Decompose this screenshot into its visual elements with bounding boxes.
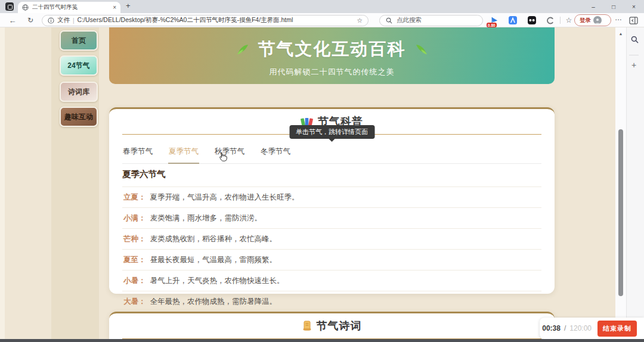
minimize-button[interactable]: – <box>583 0 603 13</box>
tab-close-icon[interactable]: × <box>113 4 116 11</box>
term-name: 小满： <box>123 213 146 223</box>
term-row-xiaoman[interactable]: 小满：麦类饱满，雨水增多，需防洪涝。 <box>122 208 541 229</box>
bookmark-star-icon[interactable]: ☆ <box>357 17 363 24</box>
back-button[interactable]: ← <box>6 13 19 27</box>
sidebar-item-label: 首页 <box>72 36 86 46</box>
page-title: 节气文化互动百科 <box>258 38 406 61</box>
term-desc: 麦类成熟收割，稻谷播种，农忙高峰。 <box>150 234 277 244</box>
poetry-card-title: 节气诗词 <box>109 313 555 333</box>
season-tabs: 春季节气 夏季节气 秋季节气 冬季节气 <box>122 144 541 164</box>
webpage: 首页 24节气 诗词库 趣味互动 节气文化互动百科 用代码解锁二十四节气的传统之… <box>0 27 644 342</box>
extension-badge: 0.80 <box>487 23 497 27</box>
rail-divider <box>629 55 639 55</box>
browser-toolbar: ← ↻ 文件 | C:/Users/DELL/Desktop/初赛-%C2%A0… <box>0 13 644 27</box>
sidebar-item-label: 诗词库 <box>68 87 89 97</box>
sidebar-panel-icon[interactable] <box>628 15 639 26</box>
recording-toolbar: 00:38 / 120:00 结束录制 <box>540 318 644 339</box>
taskbar-edge <box>0 339 644 342</box>
login-label: 登录 <box>580 17 591 24</box>
address-divider: | <box>73 17 75 24</box>
term-row-xiazhi[interactable]: 夏至：昼最长夜最短，气温最高，雷雨频繁。 <box>122 250 541 271</box>
term-name: 立夏： <box>123 192 146 203</box>
scrollbar-thumb[interactable] <box>618 129 623 296</box>
page-left-margin <box>0 27 5 342</box>
rail-add-icon[interactable]: + <box>627 60 641 70</box>
leaf-icon <box>236 43 250 56</box>
term-list: 立夏：夏季开端，气温升高，农作物进入生长旺季。 小满：麦类饱满，雨水增多，需防洪… <box>122 186 541 312</box>
hero-banner: 节气文化互动百科 用代码解锁二十四节气的传统之美 <box>109 27 555 84</box>
recording-time-divider: / <box>564 324 566 332</box>
term-row-xiaoshu[interactable]: 小暑：暑气上升，天气炎热，农作物快速生长。 <box>122 271 541 291</box>
term-name: 夏至： <box>123 255 146 265</box>
search-icon <box>386 17 392 24</box>
browser-chrome: 二十四节气时序笺 × + – □ × ← ↻ 文件 | C:/Users/DEL… <box>0 0 644 27</box>
scroll-icon <box>302 321 312 331</box>
tooltip: 单击节气，跳转详情页面 <box>289 125 374 139</box>
extension-swirl-icon[interactable] <box>544 15 555 26</box>
workspaces-icon[interactable] <box>5 2 14 11</box>
science-card: 节气科普 单击节气，跳转详情页面 春季节气 夏季节气 秋季节气 冬季节气 夏季六… <box>109 107 555 294</box>
globe-icon <box>22 4 29 11</box>
term-desc: 全年最热，农作物成熟，需防暑降温。 <box>150 297 277 307</box>
scrollbar-up-icon[interactable]: ▲ <box>615 32 626 36</box>
more-menu-icon[interactable]: … <box>615 14 623 22</box>
term-row-lixia[interactable]: 立夏：夏季开端，气温升高，农作物进入生长旺季。 <box>122 187 541 208</box>
tab-winter[interactable]: 冬季节气 <box>260 144 291 163</box>
extension-blue-icon[interactable] <box>507 15 518 26</box>
rail-search-icon[interactable] <box>631 35 639 46</box>
term-name: 小暑： <box>123 276 146 286</box>
sidebar-item-24-terms[interactable]: 24节气 <box>60 55 98 76</box>
tab-spring[interactable]: 春季节气 <box>122 144 153 163</box>
leaf-icon <box>414 43 429 56</box>
term-row-dashu[interactable]: 大暑：全年最热，农作物成熟，需防暑降温。 <box>122 291 541 312</box>
term-desc: 麦类饱满，雨水增多，需防洪涝。 <box>150 213 262 223</box>
collections-star-icon[interactable]: ☆ <box>563 13 575 27</box>
sidebar-item-poetry[interactable]: 诗词库 <box>60 82 98 102</box>
science-body: 夏季六节气 立夏：夏季开端，气温升高，农作物进入生长旺季。 小满：麦类饱满，雨水… <box>122 169 541 312</box>
avatar <box>593 16 602 24</box>
term-desc: 暑气上升，天气炎热，农作物快速生长。 <box>150 276 284 286</box>
recording-elapsed-time: 00:38 <box>542 324 561 332</box>
extension-dark-icon[interactable] <box>527 15 537 26</box>
browser-tab[interactable]: 二十四节气时序笺 × <box>18 2 120 13</box>
edge-sidebar-rail: + <box>626 27 644 339</box>
term-row-mangzhong[interactable]: 芒种：麦类成熟收割，稻谷播种，农忙高峰。 <box>122 229 541 250</box>
sidebar-item-label: 趣味互动 <box>64 112 93 122</box>
search-box[interactable]: 点此搜索 <box>379 15 483 26</box>
sidebar-item-label: 24节气 <box>67 61 89 71</box>
tab-strip: 二十四节气时序笺 × + – □ × <box>0 0 644 13</box>
close-button[interactable]: × <box>624 0 644 13</box>
tab-summer[interactable]: 夏季节气 <box>168 144 199 164</box>
term-name: 芒种： <box>123 234 146 244</box>
login-button[interactable]: 登录 <box>574 14 611 26</box>
hand-cursor-icon <box>217 151 227 163</box>
toolbar-divider <box>560 17 561 24</box>
info-icon <box>48 17 54 24</box>
section-heading: 夏季六节气 <box>122 169 541 180</box>
page-subtitle: 用代码解锁二十四节气的传统之美 <box>109 67 555 77</box>
search-placeholder: 点此搜索 <box>397 16 422 24</box>
address-url: C:/Users/DELL/Desktop/初赛-%C2%A0二十四节气时序笺-… <box>78 16 354 24</box>
poetry-title-text: 节气诗词 <box>317 319 362 333</box>
term-name: 大暑： <box>123 297 146 307</box>
extension-flag-icon[interactable]: 0.80 <box>489 15 500 26</box>
address-bar[interactable]: 文件 | C:/Users/DELL/Desktop/初赛-%C2%A0二十四节… <box>42 15 369 26</box>
term-desc: 昼最长夜最短，气温最高，雷雨频繁。 <box>150 255 277 265</box>
new-tab-button[interactable]: + <box>126 1 131 10</box>
address-scheme-label: 文件 <box>57 16 70 24</box>
poetry-card: 节气诗词 <box>109 312 555 339</box>
tab-title: 二十四节气时序笺 <box>32 4 109 11</box>
recording-total-time: 120:00 <box>569 324 592 332</box>
term-desc: 夏季开端，气温升高，农作物进入生长旺季。 <box>150 192 299 203</box>
maximize-button[interactable]: □ <box>603 0 624 13</box>
sidebar-item-fun[interactable]: 趣味互动 <box>60 107 98 127</box>
refresh-button[interactable]: ↻ <box>24 13 37 27</box>
stop-recording-button[interactable]: 结束录制 <box>597 321 637 337</box>
sidebar-item-home[interactable]: 首页 <box>60 30 98 51</box>
